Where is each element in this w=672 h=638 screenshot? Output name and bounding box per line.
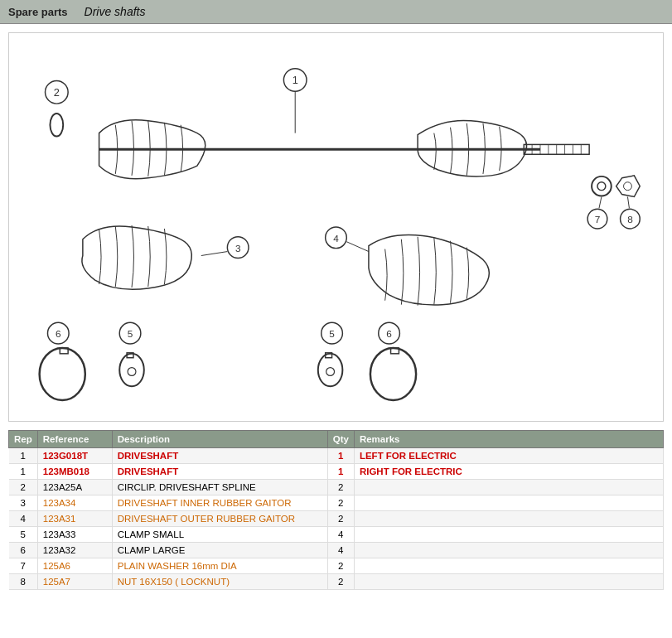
- svg-point-45: [326, 368, 335, 376]
- cell-qty: 2: [327, 495, 354, 511]
- cell-reference: 123A33: [37, 527, 112, 543]
- col-header-description: Description: [112, 431, 327, 448]
- cell-remarks: [354, 558, 663, 574]
- cell-remarks: LEFT FOR ELECTRIC: [354, 448, 663, 464]
- cell-reference: 123A34: [37, 495, 112, 511]
- cell-rep: 2: [9, 480, 38, 495]
- svg-point-38: [119, 354, 144, 386]
- svg-marker-21: [616, 176, 641, 197]
- cell-description: PLAIN WASHER 16mm DIA: [112, 558, 327, 574]
- cell-qty: 4: [327, 527, 354, 543]
- cell-rep: 7: [9, 558, 38, 574]
- col-header-rep: Rep: [9, 431, 38, 448]
- cell-remarks: [354, 480, 663, 495]
- svg-point-5: [50, 114, 63, 137]
- table-row: 1123MB018DRIVESHAFT1RIGHT FOR ELECTRIC: [9, 464, 664, 480]
- cell-rep: 6: [9, 543, 38, 558]
- cell-qty: 1: [327, 448, 354, 464]
- svg-text:1: 1: [292, 74, 298, 86]
- col-header-qty: Qty: [327, 431, 354, 448]
- svg-point-17: [597, 182, 606, 191]
- page-title: Drive shafts: [85, 5, 146, 18]
- cell-qty: 2: [327, 480, 354, 495]
- table-header-row: Rep Reference Description Qty Remarks: [9, 431, 664, 448]
- table-row: 1123G018TDRIVESHAFT1LEFT FOR ELECTRIC: [9, 448, 664, 464]
- cell-rep: 1: [9, 464, 38, 480]
- svg-point-16: [592, 176, 612, 196]
- cell-remarks: [354, 511, 663, 527]
- cell-rep: 4: [9, 511, 38, 527]
- svg-text:8: 8: [627, 214, 633, 225]
- cell-rep: 3: [9, 495, 38, 511]
- diagram-area: 1 2: [8, 32, 664, 422]
- svg-point-48: [370, 348, 416, 400]
- cell-qty: 2: [327, 558, 354, 574]
- table-row: 6123A32CLAMP LARGE4: [9, 543, 664, 558]
- cell-qty: 1: [327, 464, 354, 480]
- cell-description: DRIVESHAFT: [112, 464, 327, 480]
- svg-line-31: [346, 242, 369, 252]
- cell-remarks: RIGHT FOR ELECTRIC: [354, 464, 663, 480]
- cell-qty: 4: [327, 543, 354, 558]
- parts-diagram: 1 2: [17, 41, 655, 413]
- cell-rep: 8: [9, 574, 38, 590]
- cell-reference: 125A6: [37, 558, 112, 574]
- svg-line-25: [627, 197, 629, 209]
- svg-text:3: 3: [235, 243, 241, 254]
- svg-text:5: 5: [128, 328, 133, 340]
- cell-reference: 123MB018: [37, 464, 112, 480]
- cell-description: DRIVESHAFT: [112, 448, 327, 464]
- svg-text:5: 5: [329, 328, 335, 340]
- cell-remarks: [354, 574, 663, 590]
- parts-table: Rep Reference Description Qty Remarks 11…: [8, 430, 664, 590]
- col-header-remarks: Remarks: [354, 431, 663, 448]
- col-header-reference: Reference: [37, 431, 112, 448]
- table-row: 5123A33CLAMP SMALL4: [9, 527, 664, 543]
- parts-table-container: Rep Reference Description Qty Remarks 11…: [8, 430, 664, 590]
- table-row: 2123A25ACIRCLIP. DRIVESHAFT SPLINE2: [9, 480, 664, 495]
- cell-description: CLAMP LARGE: [112, 543, 327, 558]
- cell-rep: 5: [9, 527, 38, 543]
- svg-point-40: [128, 368, 136, 376]
- cell-reference: 123A31: [37, 511, 112, 527]
- svg-point-34: [40, 348, 85, 400]
- svg-point-43: [318, 354, 343, 386]
- svg-text:2: 2: [54, 86, 60, 99]
- svg-text:7: 7: [595, 214, 601, 225]
- page-header: Spare parts Drive shafts: [0, 0, 672, 24]
- cell-remarks: [354, 543, 663, 558]
- cell-reference: 125A7: [37, 574, 112, 590]
- table-row: 8125A7NUT 16X150 ( LOCKNUT)2: [9, 574, 664, 590]
- table-row: 3123A34DRIVESHAFT INNER RUBBER GAITOR2: [9, 495, 664, 511]
- cell-description: NUT 16X150 ( LOCKNUT): [112, 574, 327, 590]
- cell-reference: 123A32: [37, 543, 112, 558]
- cell-description: CLAMP SMALL: [112, 527, 327, 543]
- svg-text:6: 6: [56, 328, 61, 340]
- cell-qty: 2: [327, 511, 354, 527]
- table-row: 7125A6PLAIN WASHER 16mm DIA2: [9, 558, 664, 574]
- svg-line-20: [599, 197, 602, 209]
- cell-reference: 123A25A: [37, 480, 112, 495]
- cell-qty: 2: [327, 574, 354, 590]
- cell-description: DRIVESHAFT INNER RUBBER GAITOR: [112, 495, 327, 511]
- cell-description: CIRCLIP. DRIVESHAFT SPLINE: [112, 480, 327, 495]
- cell-remarks: [354, 527, 663, 543]
- svg-text:4: 4: [333, 233, 339, 244]
- cell-remarks: [354, 495, 663, 511]
- cell-rep: 1: [9, 448, 38, 464]
- svg-text:6: 6: [386, 328, 392, 340]
- cell-reference: 123G018T: [37, 448, 112, 464]
- spare-parts-label: Spare parts: [8, 6, 68, 18]
- svg-line-28: [201, 252, 228, 256]
- table-row: 4123A31DRIVESHAFT OUTER RUBBER GAITOR2: [9, 511, 664, 527]
- cell-description: DRIVESHAFT OUTER RUBBER GAITOR: [112, 511, 327, 527]
- svg-point-22: [624, 182, 632, 191]
